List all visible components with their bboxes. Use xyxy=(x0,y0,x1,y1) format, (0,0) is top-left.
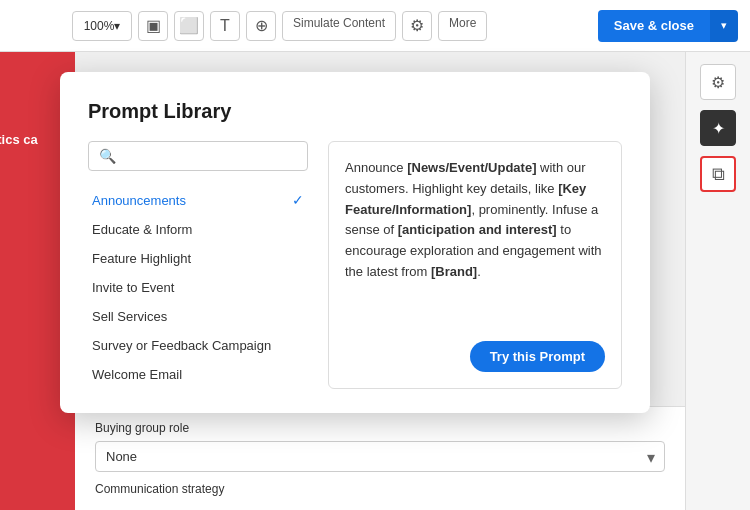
list-item-label: Feature Highlight xyxy=(92,251,191,266)
search-input[interactable] xyxy=(124,149,297,164)
description-text-5: . xyxy=(477,264,481,279)
layout-icon[interactable]: ▣ xyxy=(138,11,168,41)
settings-icon[interactable]: ⚙ xyxy=(402,11,432,41)
more-button[interactable]: More xyxy=(438,11,487,41)
modal-overlay: Prompt Library 🔍 Announcements ✓ E xyxy=(0,52,750,510)
save-close-button[interactable]: Save & close xyxy=(598,10,710,42)
zoom-input[interactable]: 100%▾ xyxy=(72,11,132,41)
description-text-1: Announce xyxy=(345,160,407,175)
text-icon[interactable]: T xyxy=(210,11,240,41)
search-icon: 🔍 xyxy=(99,148,116,164)
description-bold-1: [News/Event/Update] xyxy=(407,160,536,175)
list-item-label: Invite to Event xyxy=(92,280,174,295)
list-item-label: Welcome Email xyxy=(92,367,182,382)
top-toolbar: 100%▾ ▣ ⬜ T ⊕ Simulate Content ⚙ More Sa… xyxy=(0,0,750,52)
list-item[interactable]: Announcements ✓ xyxy=(88,185,308,215)
checkmark-icon: ✓ xyxy=(292,192,304,208)
prompt-library-modal: Prompt Library 🔍 Announcements ✓ E xyxy=(60,72,650,413)
list-item-label: Sell Services xyxy=(92,309,167,324)
list-item[interactable]: Welcome Email xyxy=(88,360,308,389)
search-tool-icon[interactable]: ⊕ xyxy=(246,11,276,41)
list-item-label: Educate & Inform xyxy=(92,222,192,237)
list-item[interactable]: Survey or Feedback Campaign xyxy=(88,331,308,360)
list-item[interactable]: Sell Services xyxy=(88,302,308,331)
main-area: ytics ca Ab Buying group role None ▾ Com… xyxy=(0,52,750,510)
save-close-dropdown-button[interactable]: ▾ xyxy=(710,10,738,42)
list-item[interactable]: Educate & Inform xyxy=(88,215,308,244)
simulate-button[interactable]: Simulate Content xyxy=(282,11,396,41)
prompt-list-section: 🔍 Announcements ✓ Educate & Inform Featu… xyxy=(88,141,308,389)
modal-body: 🔍 Announcements ✓ Educate & Inform Featu… xyxy=(88,141,622,389)
list-item[interactable]: Invite to Event xyxy=(88,273,308,302)
toolbar-tools: 100%▾ ▣ ⬜ T ⊕ Simulate Content ⚙ More xyxy=(12,11,590,41)
list-item-label: Survey or Feedback Campaign xyxy=(92,338,271,353)
list-item[interactable]: Feature Highlight xyxy=(88,244,308,273)
image-icon[interactable]: ⬜ xyxy=(174,11,204,41)
try-prompt-button[interactable]: Try this Prompt xyxy=(470,341,605,372)
search-box[interactable]: 🔍 xyxy=(88,141,308,171)
modal-title: Prompt Library xyxy=(88,100,622,123)
prompt-description: Announce [News/Event/Update] with our cu… xyxy=(328,141,622,389)
description-bold-4: [Brand] xyxy=(431,264,477,279)
description-bold-3: [anticipation and interest] xyxy=(398,222,557,237)
save-close-group: Save & close ▾ xyxy=(598,10,738,42)
prompt-list: Announcements ✓ Educate & Inform Feature… xyxy=(88,185,308,389)
chevron-down-icon: ▾ xyxy=(721,19,727,32)
list-item-label: Announcements xyxy=(92,193,186,208)
